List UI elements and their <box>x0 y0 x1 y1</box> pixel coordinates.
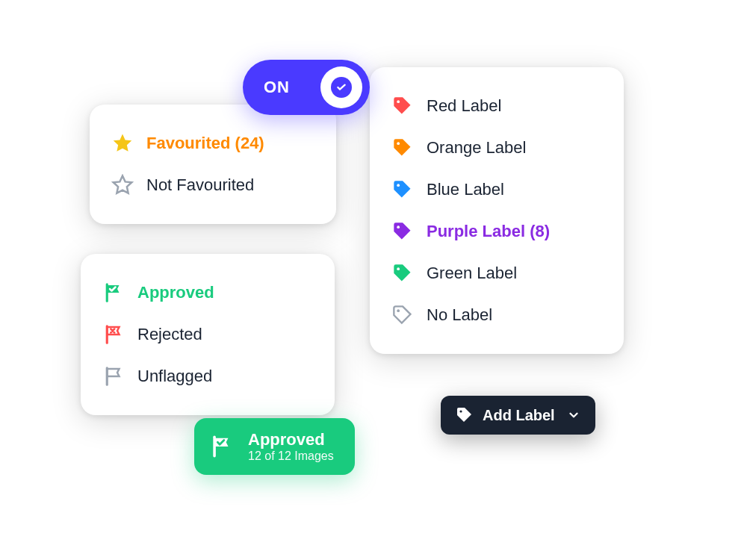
label-orange-text: Orange Label <box>427 138 526 158</box>
tag-purple-icon <box>391 220 415 243</box>
label-none-text: No Label <box>427 305 492 325</box>
label-red-text: Red Label <box>427 96 501 116</box>
unflagged-label: Unflagged <box>137 367 212 386</box>
label-green-text: Green Label <box>427 264 517 283</box>
approved-status-badge: Approved 12 of 12 Images <box>194 418 355 475</box>
svg-point-0 <box>397 100 400 103</box>
favourited-item[interactable]: Favourited (24) <box>111 122 315 164</box>
add-label-text: Add Label <box>483 407 555 424</box>
toggle-knob-check <box>331 77 352 98</box>
tag-blue-icon <box>391 178 415 202</box>
approved-badge-subtitle: 12 of 12 Images <box>248 449 334 463</box>
toggle-knob <box>320 66 362 108</box>
label-item-none[interactable]: No Label <box>391 294 603 336</box>
favourited-label: Favourited (24) <box>146 134 264 153</box>
flag-check-icon <box>209 434 235 459</box>
label-item-green[interactable]: Green Label <box>391 252 603 294</box>
tag-outline-icon <box>391 303 415 327</box>
label-item-blue[interactable]: Blue Label <box>391 169 603 211</box>
rejected-item[interactable]: Rejected <box>102 314 314 355</box>
label-blue-text: Blue Label <box>427 180 504 199</box>
chevron-down-icon <box>567 408 580 422</box>
labels-card: Red Label Orange Label Blue Label Purple… <box>370 67 624 354</box>
check-icon <box>335 81 347 93</box>
approved-item[interactable]: Approved <box>102 272 314 314</box>
toggle-state-label: ON <box>264 78 290 97</box>
star-outline-icon <box>111 173 134 197</box>
flags-card: Approved Rejected Unflagged <box>81 254 335 415</box>
svg-point-2 <box>397 184 400 187</box>
approved-label: Approved <box>137 283 214 302</box>
tag-orange-icon <box>391 136 415 160</box>
svg-point-5 <box>397 309 400 312</box>
label-purple-text: Purple Label (8) <box>427 222 550 241</box>
toggle-on-pill[interactable]: ON <box>243 60 370 115</box>
not-favourited-label: Not Favourited <box>146 175 254 195</box>
svg-point-1 <box>397 142 400 145</box>
label-item-red[interactable]: Red Label <box>391 85 603 127</box>
favourites-card: Favourited (24) Not Favourited <box>90 105 336 224</box>
svg-point-6 <box>459 410 462 412</box>
rejected-label: Rejected <box>137 325 202 344</box>
star-filled-icon <box>111 131 134 155</box>
label-item-purple[interactable]: Purple Label (8) <box>391 211 603 252</box>
flag-rejected-icon <box>102 323 125 346</box>
tag-red-icon <box>391 94 415 118</box>
flag-outline-icon <box>102 364 125 388</box>
add-label-button[interactable]: Add Label <box>441 396 595 435</box>
unflagged-item[interactable]: Unflagged <box>102 355 314 397</box>
svg-point-4 <box>397 267 400 270</box>
tag-green-icon <box>391 261 415 285</box>
label-item-orange[interactable]: Orange Label <box>391 127 603 169</box>
approved-badge-title: Approved <box>248 430 334 449</box>
not-favourited-item[interactable]: Not Favourited <box>111 164 315 206</box>
svg-point-3 <box>397 225 400 228</box>
flag-approved-icon <box>102 281 125 305</box>
tag-white-icon <box>456 406 474 424</box>
